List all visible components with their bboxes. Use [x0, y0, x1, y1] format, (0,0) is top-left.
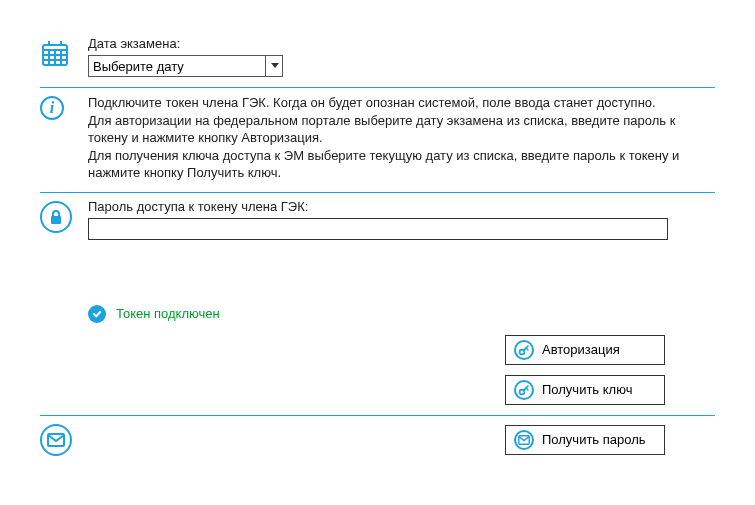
token-status-text: Токен подключен: [116, 306, 220, 321]
button-label: Получить ключ: [542, 382, 632, 397]
svg-line-12: [526, 348, 528, 350]
token-password-input[interactable]: [88, 218, 668, 240]
exam-date-section: Дата экзамена: Выберите дату: [40, 30, 715, 87]
button-label: Получить пароль: [542, 432, 646, 447]
info-text-line: Для получения ключа доступа к ЭМ выберит…: [88, 147, 715, 182]
info-text-line: Для авторизации на федеральном портале в…: [88, 112, 715, 147]
svg-line-15: [526, 388, 528, 390]
auth-button[interactable]: Авторизация: [505, 335, 665, 365]
exam-date-label: Дата экзамена:: [88, 36, 715, 51]
get-password-button[interactable]: Получить пароль: [505, 425, 665, 455]
lock-icon: [40, 201, 72, 233]
button-label: Авторизация: [542, 342, 620, 357]
envelope-icon: [40, 424, 72, 456]
exam-date-select[interactable]: Выберите дату: [88, 55, 283, 77]
info-section: i Подключите токен члена ГЭК. Когда он б…: [40, 88, 715, 192]
calendar-icon: [40, 38, 70, 68]
get-key-button[interactable]: Получить ключ: [505, 375, 665, 405]
check-icon: [88, 305, 106, 323]
envelope-icon: [514, 430, 534, 450]
svg-rect-9: [51, 216, 61, 224]
password-label: Пароль доступа к токену члена ГЭК:: [88, 199, 715, 214]
password-section: Пароль доступа к токену члена ГЭК:: [40, 193, 715, 250]
key-icon: [514, 340, 534, 360]
token-status: Токен подключен: [40, 305, 715, 323]
info-icon: i: [40, 96, 64, 120]
key-icon: [514, 380, 534, 400]
info-text-line: Подключите токен члена ГЭК. Когда он буд…: [88, 94, 715, 112]
